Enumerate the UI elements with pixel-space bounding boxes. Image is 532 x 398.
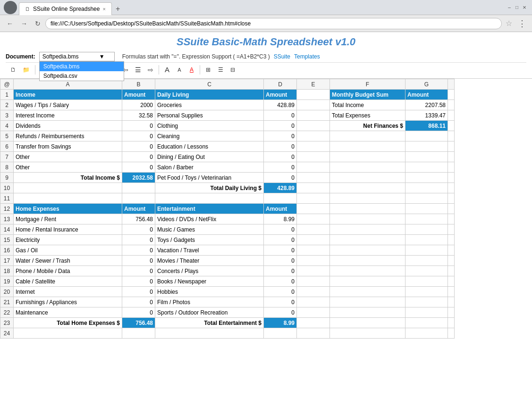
spreadsheet-cell[interactable] <box>405 131 448 141</box>
spreadsheet-cell[interactable] <box>330 307 405 318</box>
spreadsheet-cell[interactable]: Phone / Mobile / Data <box>14 266 122 276</box>
spreadsheet-cell[interactable]: Film / Photos <box>155 297 264 307</box>
table-row[interactable]: 17Water / Sewer / Trash0Movies / Theater… <box>0 256 455 266</box>
spreadsheet-cell[interactable] <box>405 328 448 339</box>
spreadsheet-cell[interactable]: 0 <box>264 224 297 235</box>
font-color-button[interactable]: A <box>186 65 197 75</box>
spreadsheet-cell[interactable]: Total Income $ <box>14 173 122 183</box>
spreadsheet-cell[interactable]: Personal Supplies <box>155 110 264 121</box>
spreadsheet-cell[interactable] <box>405 152 448 162</box>
spreadsheet-cell[interactable] <box>405 266 448 276</box>
table-row[interactable]: 12Home ExpensesAmountEntertainmentAmount <box>0 204 455 214</box>
spreadsheet-cell[interactable] <box>330 297 405 307</box>
spreadsheet-cell[interactable]: 0 <box>122 141 155 152</box>
spreadsheet-cell[interactable] <box>330 287 405 297</box>
table-row[interactable]: 8Other0Salon / Barber0 <box>0 162 455 173</box>
table-row[interactable]: 10Total Daily Living $428.89 <box>0 183 455 193</box>
spreadsheet-cell[interactable] <box>297 193 330 204</box>
back-button[interactable]: ← <box>4 18 16 29</box>
spreadsheet-cell[interactable]: 0 <box>264 276 297 287</box>
table-row[interactable]: 22Maintenance0Sports / Outdoor Recreatio… <box>0 307 455 318</box>
spreadsheet-cell[interactable] <box>297 173 330 183</box>
spreadsheet-cell[interactable]: 0 <box>264 162 297 173</box>
spreadsheet-cell[interactable]: 0 <box>122 256 155 266</box>
borders-button[interactable]: ☰ <box>215 65 226 75</box>
spreadsheet-cell[interactable]: Amount <box>122 90 155 100</box>
table-row[interactable]: 2Wages / Tips / Salary2000Groceries428.8… <box>0 100 455 110</box>
spreadsheet-cell[interactable] <box>405 183 448 193</box>
refresh-button[interactable]: ↻ <box>32 18 43 29</box>
templates-link[interactable]: Templates <box>294 53 320 60</box>
spreadsheet-cell[interactable]: Entertainment <box>155 204 264 214</box>
table-row[interactable]: 3Interest Income32.58Personal Supplies0T… <box>0 110 455 121</box>
spreadsheet-cell[interactable]: Clothing <box>155 121 264 131</box>
spreadsheet-cell[interactable] <box>330 235 405 245</box>
spreadsheet-cell[interactable]: Total Expenses <box>330 110 405 121</box>
spreadsheet-cell[interactable]: 8.99 <box>264 214 297 224</box>
spreadsheet-cell[interactable]: 0 <box>264 245 297 256</box>
spreadsheet-cell[interactable]: Dining / Eating Out <box>155 152 264 162</box>
spreadsheet-cell[interactable] <box>264 328 297 339</box>
spreadsheet-cell[interactable]: Music / Games <box>155 224 264 235</box>
spreadsheet-cell[interactable] <box>297 318 330 328</box>
table-row[interactable]: 20Internet0Hobbies0 <box>0 287 455 297</box>
spreadsheet-cell[interactable]: Dividends <box>14 121 122 131</box>
spreadsheet-cell[interactable] <box>405 318 448 328</box>
table-row[interactable]: 6Transfer from Savings0Education / Lesso… <box>0 141 455 152</box>
spreadsheet-cell[interactable] <box>405 235 448 245</box>
spreadsheet-cell[interactable]: Books / Newspaper <box>155 276 264 287</box>
table-row[interactable]: 24 <box>0 328 455 339</box>
minimize-button[interactable]: – <box>506 4 513 11</box>
spreadsheet-cell[interactable]: 0 <box>264 307 297 318</box>
spreadsheet-cell[interactable] <box>330 266 405 276</box>
spreadsheet-cell[interactable]: 0 <box>122 245 155 256</box>
spreadsheet-cell[interactable]: 0 <box>122 224 155 235</box>
spreadsheet-cell[interactable]: Total Home Expenses $ <box>14 318 122 328</box>
spreadsheet-cell[interactable]: Cleaning <box>155 131 264 141</box>
spreadsheet-cell[interactable]: Mortgage / Rent <box>14 214 122 224</box>
spreadsheet-cell[interactable]: Other <box>14 162 122 173</box>
format-button[interactable]: ⊟ <box>227 65 238 75</box>
spreadsheet-cell[interactable]: 0 <box>122 297 155 307</box>
spreadsheet-cell[interactable]: 0 <box>122 276 155 287</box>
spreadsheet-cell[interactable] <box>330 318 405 328</box>
spreadsheet-cell[interactable] <box>330 162 405 173</box>
spreadsheet-cell[interactable]: 0 <box>264 266 297 276</box>
spreadsheet-cell[interactable] <box>330 183 405 193</box>
browser-menu-icon[interactable]: ⋮ <box>516 18 528 29</box>
spreadsheet-cell[interactable] <box>297 162 330 173</box>
spreadsheet-cell[interactable]: Cable / Satellite <box>14 276 122 287</box>
spreadsheet-cell[interactable] <box>14 183 122 193</box>
spreadsheet-cell[interactable] <box>330 224 405 235</box>
spreadsheet-cell[interactable] <box>405 224 448 235</box>
spreadsheet-cell[interactable]: Amount <box>264 204 297 214</box>
table-row[interactable]: 23Total Home Expenses $756.48Total Enter… <box>0 318 455 328</box>
spreadsheet-cell[interactable] <box>330 204 405 214</box>
spreadsheet-cell[interactable] <box>405 162 448 173</box>
spreadsheet-cell[interactable]: Income <box>14 90 122 100</box>
document-select-button[interactable]: Softpedia.bms ▼ <box>39 52 115 61</box>
spreadsheet-cell[interactable]: 756.48 <box>122 318 155 328</box>
spreadsheet-cell[interactable] <box>330 152 405 162</box>
tab-close-button[interactable]: × <box>102 6 105 12</box>
spreadsheet-cell[interactable] <box>297 266 330 276</box>
new-file-button[interactable]: 🗋 <box>8 65 19 75</box>
spreadsheet-cell[interactable]: 868.11 <box>405 121 448 131</box>
table-row[interactable]: 9Total Income $2032.58Pet Food / Toys / … <box>0 173 455 183</box>
spreadsheet-cell[interactable] <box>330 214 405 224</box>
spreadsheet-cell[interactable] <box>297 328 330 339</box>
spreadsheet-cell[interactable]: Monthly Budget Sum <box>330 90 405 100</box>
spreadsheet-cell[interactable]: Total Income <box>330 100 405 110</box>
spreadsheet-cell[interactable]: Wages / Tips / Salary <box>14 100 122 110</box>
spreadsheet-cell[interactable]: 0 <box>122 307 155 318</box>
spreadsheet-cell[interactable]: Videos / DVDs / NetFlix <box>155 214 264 224</box>
spreadsheet-cell[interactable] <box>14 193 122 204</box>
spreadsheet-cell[interactable]: 2000 <box>122 100 155 110</box>
spreadsheet-cell[interactable] <box>405 297 448 307</box>
spreadsheet-cell[interactable]: Vacation / Travel <box>155 245 264 256</box>
font-size-small-button[interactable]: A <box>174 65 185 75</box>
spreadsheet-cell[interactable]: 0 <box>264 173 297 183</box>
spreadsheet-cell[interactable]: Net Finances $ <box>330 121 405 131</box>
spreadsheet-cell[interactable] <box>122 193 155 204</box>
table-row[interactable]: 1IncomeAmountDaily LivingAmountMonthly B… <box>0 90 455 100</box>
